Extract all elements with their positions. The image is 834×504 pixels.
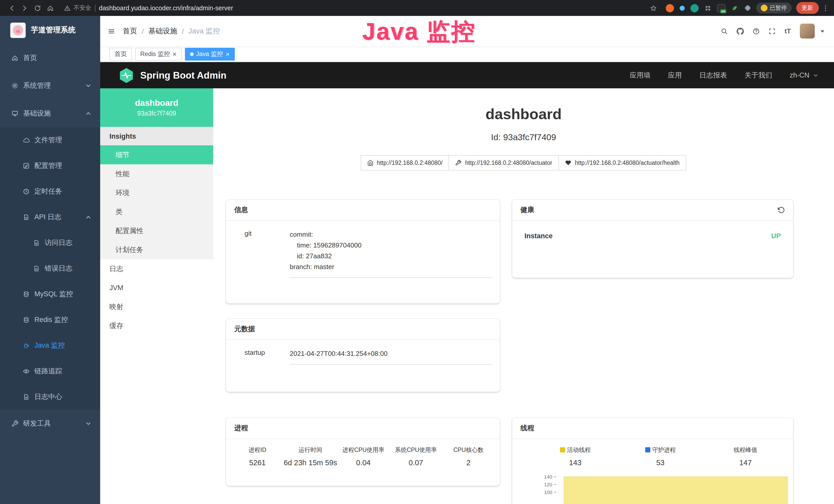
sba-menu-classes[interactable]: 类	[100, 202, 213, 221]
sidebar-item-mysql-monitor[interactable]: MySQL 监控	[0, 281, 100, 307]
sidebar-item-file-manage[interactable]: 文件管理	[0, 127, 100, 153]
breadcrumb-item: Java 监控	[189, 26, 220, 36]
sidebar-item-redis-monitor[interactable]: Redis 监控	[0, 307, 100, 333]
sidebar-item-log-center[interactable]: 日志中心	[0, 384, 100, 410]
instance-name: dashboard	[135, 98, 178, 108]
close-icon[interactable]: ×	[173, 51, 176, 57]
sidebar-item-access-log[interactable]: 访问日志	[0, 230, 100, 256]
extension-icon[interactable]: on	[717, 4, 725, 12]
extension-icon[interactable]	[690, 4, 698, 12]
sba-menu-caches[interactable]: 缓存	[100, 316, 213, 335]
browser-update-button[interactable]: 更新	[796, 2, 818, 14]
house-icon	[367, 160, 373, 166]
extension-icon[interactable]	[665, 4, 674, 12]
instance-link-health[interactable]: http://192.168.0.2:48080/actuator/health	[558, 155, 686, 171]
info-value: commit: time: 1596289704000 id: 27aa832 …	[290, 229, 491, 278]
sba-brand-title[interactable]: Spring Boot Admin	[140, 70, 226, 81]
sidebar-item-java-monitor[interactable]: Java 监控	[0, 333, 100, 359]
java-icon	[23, 342, 30, 349]
instance-link-home[interactable]: http://192.168.0.2:48080/	[360, 155, 449, 171]
extension-grid-icon[interactable]	[704, 4, 711, 12]
sidebar-item-infrastructure[interactable]: 基础设施	[0, 100, 100, 127]
sba-menu-logs[interactable]: 日志	[100, 259, 213, 278]
edit-icon	[23, 162, 30, 169]
sba-navbar: Spring Boot Admin 应用墙 应用 日志报表 关于我们 zh-CN	[100, 62, 834, 88]
avatar[interactable]	[799, 24, 814, 39]
sidebar-item-label: 访问日志	[45, 238, 72, 248]
sidebar-item-label: 文件管理	[35, 136, 62, 145]
y-axis-tick: 100	[530, 489, 556, 495]
document-icon	[23, 214, 30, 221]
sba-nav-journal[interactable]: 日志报表	[699, 71, 727, 80]
browser-reload-button[interactable]	[31, 2, 44, 15]
stat-label: 系统CPU使用率	[390, 446, 442, 454]
browser-forward-button[interactable]	[18, 2, 31, 15]
sba-nav-applications[interactable]: 应用	[668, 71, 682, 80]
sidebar-item-trace[interactable]: 链路追踪	[0, 359, 100, 384]
browser-menu-icon[interactable]: ⋮	[822, 4, 829, 12]
close-icon[interactable]: ×	[226, 51, 229, 57]
tab-home[interactable]: 首页	[109, 47, 132, 60]
sba-nav-wallboard[interactable]: 应用墙	[630, 71, 650, 80]
font-size-icon[interactable]: tT	[785, 27, 791, 35]
sidebar-item-label: 定时任务	[35, 187, 62, 196]
browser-back-button[interactable]	[5, 2, 18, 15]
address-bar[interactable]: 不安全 dashboard.yudao.iocoder.cn/infra/adm…	[64, 4, 233, 12]
extension-icon[interactable]	[679, 5, 684, 10]
help-icon[interactable]	[752, 27, 760, 35]
tab-redis-monitor[interactable]: Redis 监控 ×	[135, 47, 182, 60]
instance-header[interactable]: dashboard 93a3fc7f7409	[100, 88, 213, 127]
sidebar-item-label: 链路追踪	[35, 367, 62, 376]
metadata-key: startup	[244, 348, 290, 365]
fullscreen-icon[interactable]	[768, 27, 776, 35]
sidebar-item-home[interactable]: 首页	[0, 44, 100, 72]
sba-menu-details[interactable]: 细节	[100, 145, 213, 164]
link-url: http://192.168.0.2:48080/	[377, 160, 443, 166]
card-title: 进程	[226, 418, 500, 439]
extension-leaf-icon[interactable]	[731, 4, 738, 12]
sba-menu-performance[interactable]: 性能	[100, 164, 213, 183]
sidebar-item-dev-tools[interactable]: 研发工具	[0, 410, 100, 437]
sba-nav-about[interactable]: 关于我们	[744, 71, 772, 80]
browser-home-button[interactable]	[44, 2, 57, 15]
sidebar-item-label: API 日志	[35, 212, 61, 222]
caret-down-icon[interactable]	[818, 27, 826, 35]
profile-paused-chip[interactable]: 已暂停	[756, 3, 791, 13]
sba-menu-environment[interactable]: 环境	[100, 183, 213, 202]
home-icon	[11, 54, 19, 62]
sba-menu-jvm[interactable]: JVM	[100, 278, 213, 297]
github-icon[interactable]	[737, 27, 744, 35]
legend-swatch-daemon	[645, 447, 650, 452]
breadcrumb-item[interactable]: 基础设施	[149, 26, 177, 36]
sidebar-item-scheduled-task[interactable]: 定时任务	[0, 179, 100, 204]
sidebar-item-api-log[interactable]: API 日志	[0, 204, 100, 230]
extensions-puzzle-icon[interactable]	[744, 4, 751, 12]
sidebar-item-label: MySQL 监控	[35, 290, 73, 299]
stat-label: 进程CPU使用率	[337, 446, 390, 454]
bookmark-star-icon[interactable]	[647, 2, 660, 15]
sba-menu-scheduled-tasks[interactable]: 计划任务	[100, 240, 213, 259]
history-icon[interactable]	[778, 206, 785, 214]
search-icon[interactable]	[721, 27, 728, 35]
card-title: 信息	[226, 200, 500, 221]
spring-boot-admin-logo	[119, 68, 134, 83]
locale-selector[interactable]: zh-CN	[790, 71, 818, 79]
process-stat: 运行时间 6d 23h 15m 59s	[284, 446, 337, 467]
instance-link-actuator[interactable]: http://192.168.0.2:48080/actuator	[449, 155, 559, 171]
sidebar-item-label: 系统管理	[23, 81, 51, 90]
info-line: branch: master	[290, 261, 491, 272]
tab-java-monitor[interactable]: Java 监控 ×	[185, 47, 235, 60]
sba-menu-config-props[interactable]: 配置属性	[100, 221, 213, 240]
app-logo-row[interactable]: 芋道管理系统	[0, 16, 100, 44]
hamburger-icon[interactable]	[100, 27, 123, 35]
chevron-up-icon	[85, 110, 92, 117]
threads-card: 线程 活动线程 143 守护进程 53 线程峰值 147	[512, 418, 793, 504]
breadcrumb-item[interactable]: 首页	[123, 26, 137, 36]
sba-menu-mappings[interactable]: 映射	[100, 297, 213, 316]
sidebar-item-error-log[interactable]: 错误日志	[0, 256, 100, 281]
stat-value: 0.07	[390, 459, 442, 467]
sidebar-item-label: 研发工具	[23, 419, 51, 428]
sidebar-item-config-manage[interactable]: 配置管理	[0, 153, 100, 179]
divider	[95, 4, 95, 12]
sidebar-item-system-manage[interactable]: 系统管理	[0, 72, 100, 100]
